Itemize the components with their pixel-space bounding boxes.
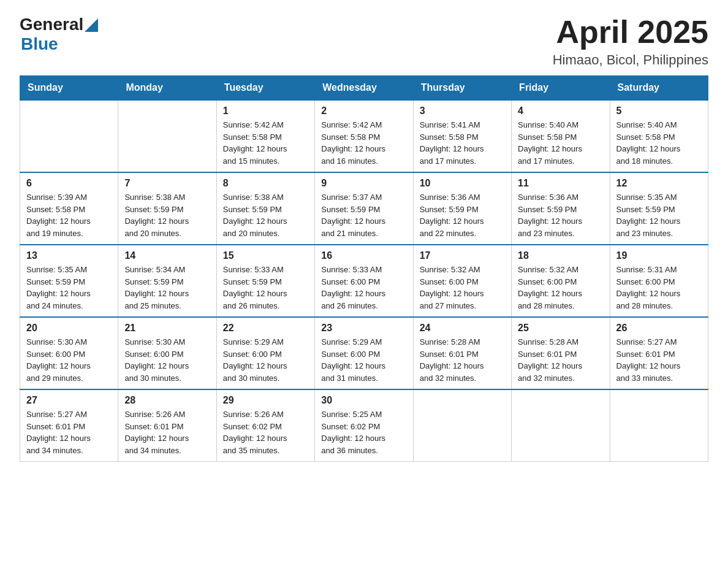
calendar-cell: 11Sunrise: 5:36 AM Sunset: 5:59 PM Dayli…	[512, 172, 610, 245]
day-number: 2	[321, 105, 406, 117]
calendar-cell: 18Sunrise: 5:32 AM Sunset: 6:00 PM Dayli…	[512, 245, 610, 317]
calendar-cell	[610, 389, 708, 462]
calendar-week-row: 6Sunrise: 5:39 AM Sunset: 5:58 PM Daylig…	[20, 172, 708, 245]
day-info: Sunrise: 5:30 AM Sunset: 6:00 PM Dayligh…	[26, 336, 112, 384]
day-number: 20	[26, 323, 112, 334]
day-info: Sunrise: 5:41 AM Sunset: 5:58 PM Dayligh…	[420, 119, 505, 167]
day-number: 15	[223, 250, 308, 261]
logo-blue-text: Blue	[21, 34, 58, 53]
day-info: Sunrise: 5:36 AM Sunset: 5:59 PM Dayligh…	[420, 191, 505, 239]
day-number: 10	[420, 178, 505, 189]
day-number: 26	[616, 323, 702, 334]
day-number: 18	[518, 250, 603, 261]
column-header-monday: Monday	[118, 76, 216, 101]
calendar-cell: 13Sunrise: 5:35 AM Sunset: 5:59 PM Dayli…	[20, 245, 118, 317]
day-number: 28	[124, 395, 210, 406]
day-number: 19	[616, 250, 702, 261]
day-number: 24	[420, 323, 505, 334]
day-info: Sunrise: 5:40 AM Sunset: 5:58 PM Dayligh…	[616, 119, 702, 167]
day-info: Sunrise: 5:29 AM Sunset: 6:00 PM Dayligh…	[223, 336, 308, 384]
day-number: 4	[518, 105, 603, 117]
column-header-saturday: Saturday	[610, 76, 708, 101]
day-info: Sunrise: 5:35 AM Sunset: 5:59 PM Dayligh…	[26, 264, 112, 312]
day-info: Sunrise: 5:33 AM Sunset: 6:00 PM Dayligh…	[321, 264, 406, 312]
calendar-cell: 23Sunrise: 5:29 AM Sunset: 6:00 PM Dayli…	[315, 317, 413, 389]
day-info: Sunrise: 5:40 AM Sunset: 5:58 PM Dayligh…	[518, 119, 603, 167]
day-info: Sunrise: 5:27 AM Sunset: 6:01 PM Dayligh…	[616, 336, 702, 384]
day-info: Sunrise: 5:34 AM Sunset: 5:59 PM Dayligh…	[124, 264, 210, 312]
day-info: Sunrise: 5:37 AM Sunset: 5:59 PM Dayligh…	[321, 191, 406, 239]
calendar-cell: 10Sunrise: 5:36 AM Sunset: 5:59 PM Dayli…	[413, 172, 511, 245]
calendar-cell: 24Sunrise: 5:28 AM Sunset: 6:01 PM Dayli…	[413, 317, 511, 389]
calendar-cell: 2Sunrise: 5:42 AM Sunset: 5:58 PM Daylig…	[315, 100, 413, 172]
day-info: Sunrise: 5:39 AM Sunset: 5:58 PM Dayligh…	[26, 191, 112, 239]
logo-general-text: General	[20, 15, 83, 34]
day-info: Sunrise: 5:32 AM Sunset: 6:00 PM Dayligh…	[518, 264, 603, 312]
calendar-cell: 3Sunrise: 5:41 AM Sunset: 5:58 PM Daylig…	[413, 100, 511, 172]
day-info: Sunrise: 5:32 AM Sunset: 6:00 PM Dayligh…	[420, 264, 505, 312]
title-block: April 2025 Himaao, Bicol, Philippines	[553, 15, 708, 68]
calendar-cell: 21Sunrise: 5:30 AM Sunset: 6:00 PM Dayli…	[118, 317, 216, 389]
day-number: 16	[321, 250, 406, 261]
calendar-header-row: SundayMondayTuesdayWednesdayThursdayFrid…	[20, 76, 708, 101]
calendar-cell: 17Sunrise: 5:32 AM Sunset: 6:00 PM Dayli…	[413, 245, 511, 317]
day-number: 12	[616, 178, 702, 189]
calendar-cell: 25Sunrise: 5:28 AM Sunset: 6:01 PM Dayli…	[512, 317, 610, 389]
day-number: 21	[124, 323, 210, 334]
day-info: Sunrise: 5:30 AM Sunset: 6:00 PM Dayligh…	[124, 336, 210, 384]
calendar-cell: 1Sunrise: 5:42 AM Sunset: 5:58 PM Daylig…	[216, 100, 314, 172]
column-header-sunday: Sunday	[20, 76, 118, 101]
day-number: 3	[420, 105, 505, 117]
calendar-cell	[512, 389, 610, 462]
day-info: Sunrise: 5:27 AM Sunset: 6:01 PM Dayligh…	[26, 408, 112, 456]
day-info: Sunrise: 5:35 AM Sunset: 5:59 PM Dayligh…	[616, 191, 702, 239]
logo-triangle-icon	[85, 18, 98, 32]
month-title: April 2025	[553, 15, 708, 50]
calendar-cell: 30Sunrise: 5:25 AM Sunset: 6:02 PM Dayli…	[315, 389, 413, 462]
calendar-cell: 26Sunrise: 5:27 AM Sunset: 6:01 PM Dayli…	[610, 317, 708, 389]
day-number: 11	[518, 178, 603, 189]
calendar-cell: 7Sunrise: 5:38 AM Sunset: 5:59 PM Daylig…	[118, 172, 216, 245]
svg-marker-0	[85, 18, 98, 32]
calendar-cell: 9Sunrise: 5:37 AM Sunset: 5:59 PM Daylig…	[315, 172, 413, 245]
calendar-cell: 16Sunrise: 5:33 AM Sunset: 6:00 PM Dayli…	[315, 245, 413, 317]
day-info: Sunrise: 5:42 AM Sunset: 5:58 PM Dayligh…	[223, 119, 308, 167]
day-number: 22	[223, 323, 308, 334]
day-info: Sunrise: 5:33 AM Sunset: 5:59 PM Dayligh…	[223, 264, 308, 312]
calendar-cell: 19Sunrise: 5:31 AM Sunset: 6:00 PM Dayli…	[610, 245, 708, 317]
location-title: Himaao, Bicol, Philippines	[553, 52, 708, 68]
day-info: Sunrise: 5:38 AM Sunset: 5:59 PM Dayligh…	[223, 191, 308, 239]
calendar-cell: 27Sunrise: 5:27 AM Sunset: 6:01 PM Dayli…	[20, 389, 118, 462]
day-number: 14	[124, 250, 210, 261]
day-info: Sunrise: 5:25 AM Sunset: 6:02 PM Dayligh…	[321, 408, 406, 456]
calendar-cell	[413, 389, 511, 462]
day-number: 29	[223, 395, 308, 406]
day-number: 7	[124, 178, 210, 189]
day-info: Sunrise: 5:36 AM Sunset: 5:59 PM Dayligh…	[518, 191, 603, 239]
calendar-week-row: 1Sunrise: 5:42 AM Sunset: 5:58 PM Daylig…	[20, 100, 708, 172]
day-number: 27	[26, 395, 112, 406]
column-header-thursday: Thursday	[413, 76, 511, 101]
column-header-friday: Friday	[512, 76, 610, 101]
day-info: Sunrise: 5:38 AM Sunset: 5:59 PM Dayligh…	[124, 191, 210, 239]
day-number: 1	[223, 105, 308, 117]
page-header: General Blue April 2025 Himaao, Bicol, P…	[20, 15, 708, 68]
logo: General Blue	[20, 15, 98, 54]
calendar-cell: 8Sunrise: 5:38 AM Sunset: 5:59 PM Daylig…	[216, 172, 314, 245]
day-number: 25	[518, 323, 603, 334]
day-info: Sunrise: 5:29 AM Sunset: 6:00 PM Dayligh…	[321, 336, 406, 384]
day-number: 6	[26, 178, 112, 189]
column-header-tuesday: Tuesday	[216, 76, 314, 101]
calendar-cell: 22Sunrise: 5:29 AM Sunset: 6:00 PM Dayli…	[216, 317, 314, 389]
calendar-week-row: 20Sunrise: 5:30 AM Sunset: 6:00 PM Dayli…	[20, 317, 708, 389]
day-number: 13	[26, 250, 112, 261]
calendar-cell: 4Sunrise: 5:40 AM Sunset: 5:58 PM Daylig…	[512, 100, 610, 172]
day-info: Sunrise: 5:26 AM Sunset: 6:01 PM Dayligh…	[124, 408, 210, 456]
day-info: Sunrise: 5:26 AM Sunset: 6:02 PM Dayligh…	[223, 408, 308, 456]
calendar-cell	[118, 100, 216, 172]
calendar-week-row: 13Sunrise: 5:35 AM Sunset: 5:59 PM Dayli…	[20, 245, 708, 317]
day-number: 30	[321, 395, 406, 406]
calendar-cell: 5Sunrise: 5:40 AM Sunset: 5:58 PM Daylig…	[610, 100, 708, 172]
calendar-cell: 29Sunrise: 5:26 AM Sunset: 6:02 PM Dayli…	[216, 389, 314, 462]
calendar-table: SundayMondayTuesdayWednesdayThursdayFrid…	[20, 75, 708, 462]
